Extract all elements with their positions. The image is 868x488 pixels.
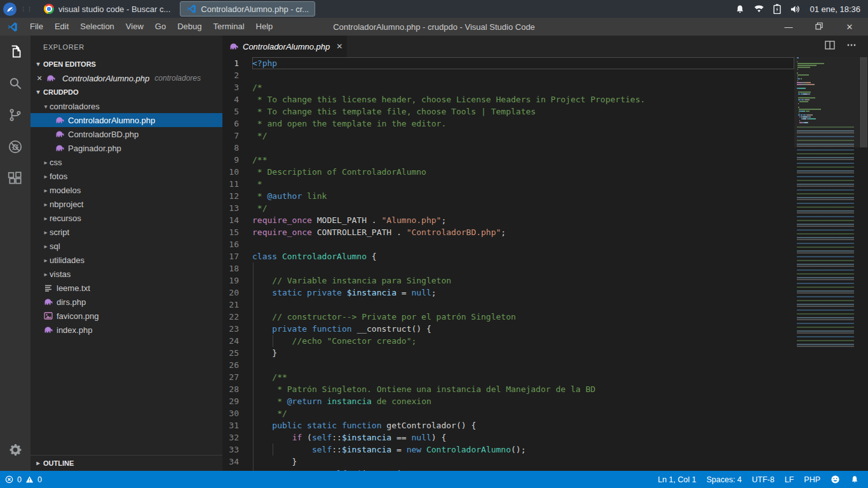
code-line-13[interactable]: 13 */ (222, 202, 794, 214)
menu-help[interactable]: Help (250, 18, 279, 36)
app-launcher-icon[interactable] (3, 3, 17, 16)
code-editor[interactable]: 1<?php23/*4 * To change this license hea… (222, 57, 868, 471)
code-line-4[interactable]: 4 * To change this license header, choos… (222, 93, 794, 105)
code-line-17[interactable]: 17class ControladorAlumno { (222, 250, 794, 262)
code-line-16[interactable]: 16 (222, 238, 794, 250)
code-line-8[interactable]: 8 (222, 142, 794, 154)
code-line-12[interactable]: 12 * @author link (222, 190, 794, 202)
menu-debug[interactable]: Debug (172, 18, 207, 36)
tree-folder-script[interactable]: ▸script (31, 225, 222, 239)
notifications-bell-icon[interactable] (845, 475, 864, 484)
minimap[interactable] (794, 57, 859, 471)
tree-folder-nbproject[interactable]: ▸nbproject (31, 197, 222, 211)
wifi-icon[interactable] (754, 4, 764, 13)
code-line-10[interactable]: 10 * Description of ControladorAlumno (222, 166, 794, 178)
code-line-15[interactable]: 15require_once CONTROLLER_PATH . "Contro… (222, 226, 794, 238)
code-line-31[interactable]: 31 public static function getControlador… (222, 419, 794, 431)
editor-scrollbar[interactable] (859, 57, 868, 471)
code-line-19[interactable]: 19 // Variable instancia para Singleton (222, 274, 794, 287)
source-control-icon[interactable] (0, 99, 31, 131)
project-root-header[interactable]: ▾ CRUDPDO (31, 85, 222, 99)
tree-folder-recursos[interactable]: ▸recursos (31, 211, 222, 225)
status-indentation[interactable]: Spaces: 4 (702, 475, 747, 484)
tree-folder-controladores[interactable]: ▾controladores (31, 99, 222, 113)
tree-file-ControladorAlumno.php[interactable]: ControladorAlumno.php (31, 113, 222, 127)
restore-button[interactable] (811, 22, 827, 32)
problems-status[interactable]: 0 0 (0, 471, 47, 488)
code-line-2[interactable]: 2 (222, 69, 794, 81)
menu-terminal[interactable]: Terminal (207, 18, 250, 36)
code-line-7[interactable]: 7 */ (222, 130, 794, 142)
code-line-26[interactable]: 26 (222, 359, 794, 371)
code-line-21[interactable]: 21 (222, 299, 794, 311)
tree-folder-modelos[interactable]: ▸modelos (31, 183, 222, 197)
tab-close-icon[interactable]: ✕ (336, 42, 342, 51)
code-line-32[interactable]: 32 if (self::$instancia == null) { (222, 431, 794, 444)
close-icon[interactable]: ✕ (34, 74, 44, 83)
open-editor-item[interactable]: ✕ ControladorAlumno.php controladores (31, 71, 222, 85)
menu-edit[interactable]: Edit (49, 18, 74, 36)
status-eol[interactable]: LF (780, 475, 799, 484)
tree-file-index.php[interactable]: index.php (31, 323, 222, 337)
taskbar-window-vscode[interactable]: ControladorAlumno.php - cr... (180, 1, 315, 17)
line-number: 15 (222, 226, 252, 238)
code-line-34[interactable]: 34 } (222, 456, 794, 468)
outline-section-header[interactable]: ▸ OUTLINE (31, 455, 222, 471)
code-line-27[interactable]: 27 /** (222, 371, 794, 383)
code-text: */ (252, 130, 794, 142)
feedback-smiley-icon[interactable] (825, 475, 845, 484)
code-line-23[interactable]: 23 private function __construct() { (222, 323, 794, 335)
taskbar-window-chrome[interactable]: visual studio code - Buscar c... (38, 1, 176, 17)
tree-file-Paginador.php[interactable]: Paginador.php (31, 141, 222, 155)
more-actions-icon[interactable] (846, 40, 857, 53)
tree-folder-fotos[interactable]: ▸fotos (31, 169, 222, 183)
menu-selection[interactable]: Selection (74, 18, 119, 36)
code-line-24[interactable]: 24 //echo "Conector creado"; (222, 335, 794, 347)
status-cursor-position[interactable]: Ln 1, Col 1 (653, 475, 701, 484)
code-line-11[interactable]: 11 * (222, 178, 794, 190)
code-line-33[interactable]: 33 self::$instancia = new ControladorAlu… (222, 444, 794, 456)
status-language-mode[interactable]: PHP (799, 475, 825, 484)
menu-go[interactable]: Go (149, 18, 172, 36)
tree-file-favicon.png[interactable]: favicon.png (31, 309, 222, 323)
code-line-14[interactable]: 14require_once MODEL_PATH . "Alumno.php"… (222, 214, 794, 226)
code-line-6[interactable]: 6 * and open the template in the editor. (222, 118, 794, 130)
menu-view[interactable]: View (120, 18, 149, 36)
split-editor-icon[interactable] (825, 40, 835, 53)
battery-charging-icon[interactable] (773, 4, 781, 14)
clock[interactable]: 01 ene, 18:36 (810, 4, 860, 14)
tree-folder-sql[interactable]: ▸sql (31, 239, 222, 253)
debug-icon[interactable] (0, 131, 31, 163)
code-line-3[interactable]: 3/* (222, 81, 794, 93)
code-lines[interactable]: 1<?php23/*4 * To change this license hea… (222, 57, 794, 471)
tree-file-leeme.txt[interactable]: leeme.txt (31, 281, 222, 295)
code-line-22[interactable]: 22 // constructor--> Private por el patr… (222, 311, 794, 323)
code-line-1[interactable]: 1<?php (222, 57, 794, 69)
explorer-icon[interactable] (0, 36, 31, 67)
tree-folder-css[interactable]: ▸css (31, 155, 222, 169)
code-line-5[interactable]: 5 * To change this template file, choose… (222, 105, 794, 118)
minimize-button[interactable]: — (780, 22, 797, 32)
code-line-9[interactable]: 9/** (222, 154, 794, 166)
code-line-20[interactable]: 20 static private $instancia = null; (222, 287, 794, 299)
notifications-icon[interactable] (735, 4, 745, 14)
status-encoding[interactable]: UTF-8 (747, 475, 779, 484)
open-editors-header[interactable]: ▾ OPEN EDITORS (31, 57, 222, 71)
settings-gear-icon[interactable] (0, 434, 31, 466)
scrollbar-thumb[interactable] (860, 57, 867, 147)
close-button[interactable]: ✕ (841, 22, 858, 32)
tree-folder-utilidades[interactable]: ▸utilidades (31, 253, 222, 267)
tree-file-ControladorBD.php[interactable]: ControladorBD.php (31, 127, 222, 141)
code-line-18[interactable]: 18 (222, 262, 794, 274)
volume-icon[interactable] (790, 4, 801, 14)
extensions-icon[interactable] (0, 163, 31, 194)
tree-folder-vistas[interactable]: ▸vistas (31, 267, 222, 281)
tab-controladoralumno[interactable]: ControladorAlumno.php ✕ (222, 36, 347, 57)
code-line-30[interactable]: 30 */ (222, 407, 794, 419)
code-line-29[interactable]: 29 * @return instancia de conexion (222, 395, 794, 407)
menu-file[interactable]: File (24, 18, 49, 36)
search-icon[interactable] (0, 67, 31, 99)
code-line-28[interactable]: 28 * Patrón Singleton. Ontiene una insta… (222, 383, 794, 395)
code-line-25[interactable]: 25 } (222, 347, 794, 359)
tree-file-dirs.php[interactable]: dirs.php (31, 295, 222, 309)
